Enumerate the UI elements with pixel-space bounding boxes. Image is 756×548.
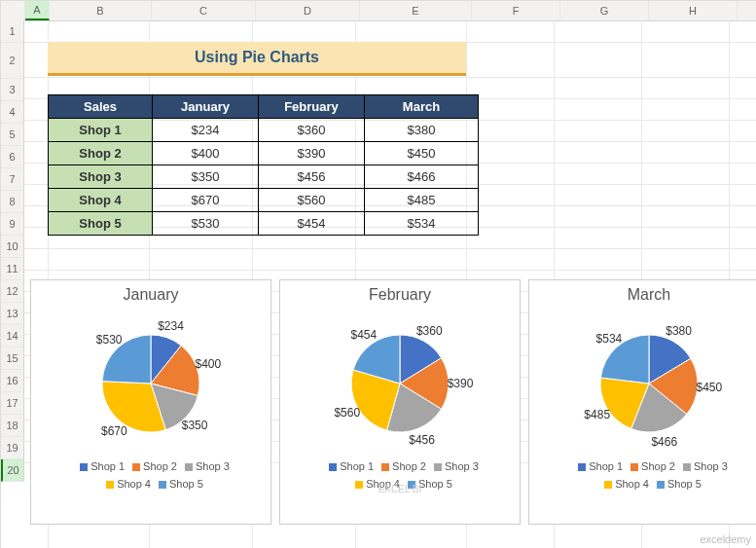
row-header-13[interactable]: 13 — [1, 303, 24, 325]
watermark-text: exceldemy — [700, 533, 751, 545]
chart-title: March — [628, 286, 670, 304]
svg-text:$560: $560 — [334, 406, 360, 420]
chart-title: February — [369, 286, 431, 304]
svg-text:$534: $534 — [596, 332, 623, 346]
row-header-19[interactable]: 19 — [1, 437, 24, 459]
row-header-3[interactable]: 3 — [1, 79, 24, 101]
svg-text:$466: $466 — [651, 435, 677, 449]
row-header-11[interactable]: 11 — [1, 258, 24, 280]
grid-area[interactable]: Using Pie Charts SalesJanuaryFebruaryMar… — [24, 20, 756, 548]
row-header-18[interactable]: 18 — [1, 415, 24, 437]
row-header-8[interactable]: 8 — [1, 191, 24, 213]
col-header-F[interactable]: F — [472, 1, 560, 20]
row-header-15[interactable]: 15 — [1, 347, 24, 370]
svg-text:$360: $360 — [416, 324, 443, 338]
table-row[interactable]: Shop 4$670$560$485 — [49, 189, 479, 212]
row-header-4[interactable]: 4 — [1, 101, 24, 124]
row-header-9[interactable]: 9 — [1, 213, 24, 236]
svg-text:$450: $450 — [696, 381, 722, 394]
col-header-E[interactable]: E — [360, 1, 472, 20]
table-header[interactable]: Sales — [49, 95, 153, 119]
row-header-12[interactable]: 12 — [1, 280, 24, 303]
svg-text:$670: $670 — [101, 424, 127, 438]
row-header-16[interactable]: 16 — [1, 370, 24, 392]
watermark-center: EXCEL BI — [378, 484, 422, 494]
svg-text:$234: $234 — [158, 319, 184, 333]
spreadsheet-window: ABCDEFGH 1234567891011121314151617181920… — [0, 0, 756, 548]
row-headers: 1234567891011121314151617181920 — [1, 20, 24, 482]
svg-text:$380: $380 — [666, 324, 692, 338]
row-header-10[interactable]: 10 — [1, 236, 24, 258]
svg-text:$454: $454 — [350, 328, 377, 342]
chart-title: January — [124, 286, 179, 304]
table-header[interactable]: March — [365, 95, 479, 119]
data-table[interactable]: SalesJanuaryFebruaryMarchShop 1$234$360$… — [48, 94, 479, 236]
table-header[interactable]: February — [259, 95, 365, 119]
pie-chart[interactable]: January$234$400$350$670$530Shop 1Shop 2S… — [30, 279, 271, 525]
page-title: Using Pie Charts — [48, 42, 466, 76]
col-header-D[interactable]: D — [256, 1, 360, 20]
row-header-7[interactable]: 7 — [1, 168, 24, 191]
row-header-20[interactable]: 20 — [1, 459, 24, 482]
svg-text:$485: $485 — [584, 408, 610, 421]
pie-chart[interactable]: February$360$390$456$560$454Shop 1Shop 2… — [279, 279, 521, 525]
svg-text:$456: $456 — [409, 433, 435, 447]
table-row[interactable]: Shop 1$234$360$380 — [49, 119, 479, 142]
table-row[interactable]: Shop 2$400$390$450 — [49, 142, 479, 165]
table-row[interactable]: Shop 5$530$454$534 — [49, 212, 479, 236]
row-header-14[interactable]: 14 — [1, 325, 24, 347]
col-header-B[interactable]: B — [50, 1, 152, 20]
col-header-H[interactable]: H — [649, 1, 738, 20]
row-header-5[interactable]: 5 — [1, 124, 24, 146]
row-header-1[interactable]: 1 — [1, 20, 24, 43]
table-row[interactable]: Shop 3$350$456$466 — [49, 165, 479, 189]
chart-row: January$234$400$350$670$530Shop 1Shop 2S… — [24, 279, 756, 525]
column-headers: ABCDEFGH — [1, 1, 756, 21]
col-header-C[interactable]: C — [152, 1, 256, 20]
svg-text:$530: $530 — [96, 333, 123, 347]
chart-legend: Shop 1Shop 2Shop 3Shop 4Shop 5 — [570, 457, 728, 493]
svg-text:$400: $400 — [195, 357, 221, 371]
col-header-A[interactable]: A — [25, 1, 50, 20]
col-header-G[interactable]: G — [560, 1, 649, 20]
row-header-6[interactable]: 6 — [1, 146, 24, 168]
chart-legend: Shop 1Shop 2Shop 3Shop 4Shop 5 — [72, 457, 230, 493]
row-header-17[interactable]: 17 — [1, 392, 24, 415]
row-header-2[interactable]: 2 — [1, 43, 24, 79]
pie-chart[interactable]: March$380$450$466$485$534Shop 1Shop 2Sho… — [528, 279, 756, 525]
svg-text:$350: $350 — [182, 419, 208, 432]
svg-text:$390: $390 — [448, 377, 474, 390]
table-header[interactable]: January — [153, 95, 259, 119]
